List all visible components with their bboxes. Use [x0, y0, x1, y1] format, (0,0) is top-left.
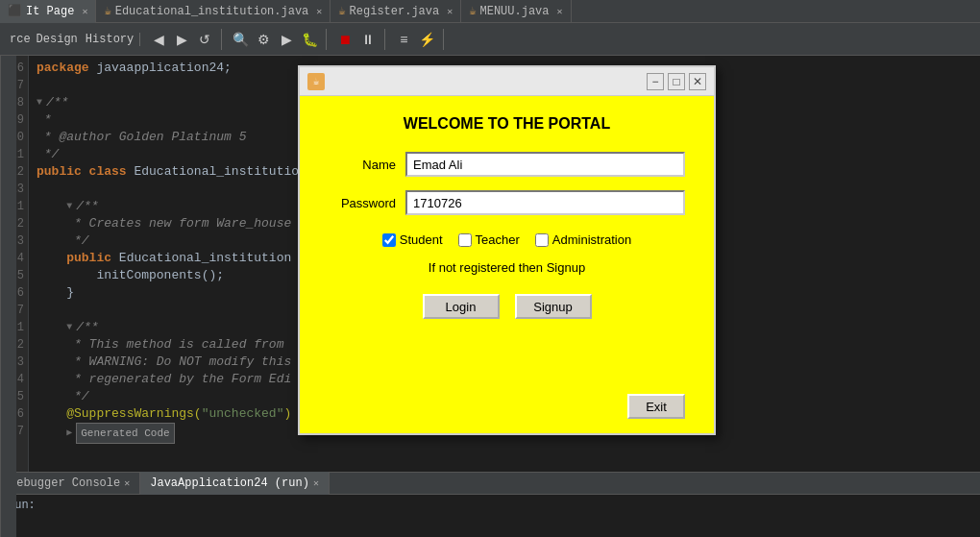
name-input[interactable] — [405, 152, 685, 177]
tab-label-educational: Educational_institution.java — [115, 5, 309, 18]
student-checkbox-item: Student — [382, 232, 443, 247]
tab-close-it-page[interactable]: ✕ — [82, 6, 87, 17]
name-row: Name — [329, 152, 685, 177]
bottom-tab-close-debugger[interactable]: ✕ — [124, 477, 130, 489]
student-checkbox[interactable] — [382, 233, 396, 247]
bottom-tab-bar: Debugger Console ✕ JavaApplication24 (ru… — [0, 472, 980, 495]
tab-label-menuu: MENUU.java — [479, 5, 549, 18]
toolbar-design-label[interactable]: Design — [37, 33, 78, 46]
tab-close-educational[interactable]: ✕ — [316, 6, 322, 17]
tab-educational[interactable]: ☕ Educational_institution.java ✕ — [96, 0, 331, 23]
bottom-tab-debugger[interactable]: Debugger Console ✕ — [0, 472, 140, 495]
toolbar-group-file: rce Design History — [4, 33, 140, 46]
tab-java-icon-menuu: ☕ — [469, 4, 476, 18]
tool1-button[interactable]: ≡ — [393, 29, 414, 50]
stop-button[interactable]: ⏹ — [334, 29, 355, 50]
toolbar-history-label[interactable]: History — [86, 33, 134, 46]
output-area: run: — [0, 495, 980, 537]
login-button[interactable]: Login — [423, 294, 500, 319]
dialog-titlebar: ☕ − □ ✕ — [300, 67, 714, 96]
tab-bar: ⬛ It Page ✕ ☕ Educational_institution.ja… — [0, 0, 980, 23]
dialog-close-button[interactable]: ✕ — [689, 73, 706, 90]
exit-button[interactable]: Exit — [627, 394, 685, 419]
collapse-icon-3[interactable]: ▼ — [66, 319, 72, 336]
dialog-maximize-button[interactable]: □ — [668, 73, 685, 90]
toolbar-group-nav: ◀ ▶ ↺ — [142, 29, 222, 50]
bottom-tab-close-run[interactable]: ✕ — [313, 477, 319, 489]
button-row: Login Signup — [423, 294, 592, 319]
tool2-button[interactable]: ⚡ — [416, 29, 437, 50]
toolbar-group-actions: ⏹ ⏸ — [329, 29, 385, 50]
checkbox-row: Student Teacher Administration — [382, 232, 631, 247]
dialog-body: WELCOME TO THE PORTAL Name Password Stud… — [300, 96, 714, 433]
bottom-tab-run[interactable]: JavaApplication24 (run) ✕ — [140, 472, 330, 495]
back-button[interactable]: ◀ — [148, 29, 169, 50]
tab-register[interactable]: ☕ Register.java ✕ — [331, 0, 461, 23]
tab-menuu[interactable]: ☕ MENUU.java ✕ — [461, 0, 571, 23]
tab-java-icon-register: ☕ — [338, 4, 345, 18]
run-tab-label: JavaApplication24 (run) — [150, 476, 309, 490]
exit-row: Exit — [329, 394, 685, 419]
run-button[interactable]: ▶ — [276, 29, 297, 50]
ide-container: ⬛ It Page ✕ ☕ Educational_institution.ja… — [0, 0, 980, 537]
administration-checkbox[interactable] — [535, 233, 549, 247]
teacher-checkbox-item: Teacher — [458, 232, 520, 247]
debug-button[interactable]: 🐛 — [299, 29, 320, 50]
toolbar-source-label: rce — [10, 33, 35, 46]
student-label: Student — [400, 232, 443, 247]
collapse-icon-2[interactable]: ▼ — [66, 198, 72, 215]
tab-close-menuu[interactable]: ✕ — [557, 6, 563, 17]
pause-button[interactable]: ⏸ — [357, 29, 379, 50]
search-button[interactable]: 🔍 — [230, 29, 251, 50]
debugger-console-label: Debugger Console — [10, 476, 120, 490]
administration-label: Administration — [552, 232, 631, 247]
collapse-icon[interactable]: ▼ — [37, 94, 42, 111]
dialog-titlebar-controls: − □ ✕ — [647, 73, 706, 90]
toolbar-group-tools: ≡ ⚡ — [387, 29, 444, 50]
tab-label-register: Register.java — [350, 5, 440, 18]
toolbar: rce Design History ◀ ▶ ↺ 🔍 ⚙ ▶ 🐛 ⏹ ⏸ ≡ ⚡ — [0, 23, 980, 56]
forward-button[interactable]: ▶ — [171, 29, 192, 50]
tab-java-icon-educational: ☕ — [104, 4, 110, 18]
signup-hint: If not registered then Signup — [429, 260, 585, 275]
left-sidebar-label: tput — [0, 56, 16, 537]
password-row: Password — [329, 190, 685, 215]
tab-page-icon: ⬛ — [8, 4, 22, 18]
signup-button[interactable]: Signup — [515, 294, 592, 319]
name-label: Name — [329, 158, 396, 172]
dialog-minimize-button[interactable]: − — [647, 73, 664, 90]
tab-it-page[interactable]: ⬛ It Page ✕ — [0, 0, 96, 23]
dialog-titlebar-left: ☕ — [307, 73, 325, 90]
administration-checkbox-item: Administration — [535, 232, 631, 247]
teacher-checkbox[interactable] — [458, 233, 472, 247]
dialog-title: WELCOME TO THE PORTAL — [404, 115, 610, 133]
build-button[interactable]: ⚙ — [253, 29, 274, 50]
tab-label-it-page: It Page — [26, 5, 74, 18]
toolbar-group-build: 🔍 ⚙ ▶ 🐛 — [224, 29, 327, 50]
tab-close-register[interactable]: ✕ — [447, 6, 453, 17]
refresh-button[interactable]: ↺ — [194, 29, 215, 50]
collapse-icon-4[interactable]: ▶ — [66, 425, 72, 442]
password-input[interactable] — [405, 190, 685, 215]
teacher-label: Teacher — [476, 232, 520, 247]
password-label: Password — [329, 196, 396, 210]
java-cup-icon: ☕ — [307, 73, 325, 90]
portal-dialog: ☕ − □ ✕ WELCOME TO THE PORTAL Name — [298, 65, 716, 435]
